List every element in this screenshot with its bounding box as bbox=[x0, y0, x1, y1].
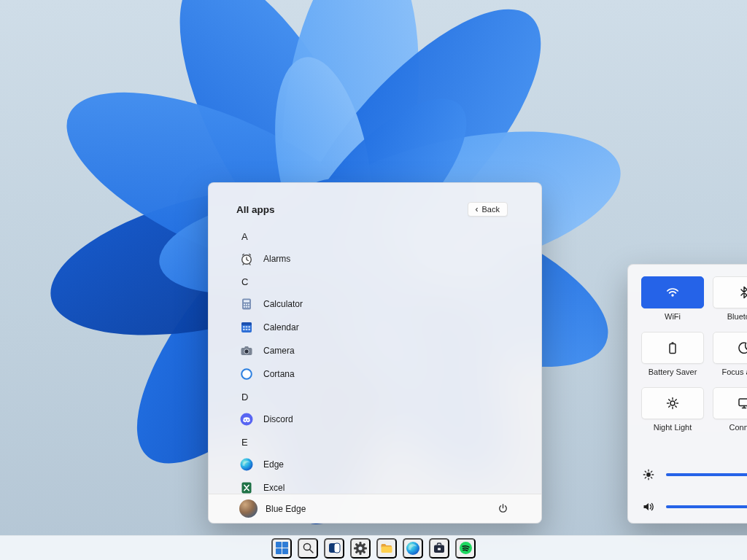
letter-label: C bbox=[241, 276, 248, 287]
user-account-button[interactable]: Blue Edge bbox=[239, 499, 306, 518]
volume-icon bbox=[641, 499, 656, 514]
app-item-discord[interactable]: Discord bbox=[209, 408, 541, 431]
all-apps-title: All apps bbox=[236, 204, 275, 215]
battery-saver-toggle[interactable] bbox=[641, 332, 704, 364]
chevron-left-icon: ‹ bbox=[476, 205, 479, 214]
letter-label: E bbox=[241, 437, 248, 448]
app-label: Cortana bbox=[263, 369, 295, 379]
app-label: Discord bbox=[263, 414, 293, 424]
taskbar-start-button[interactable] bbox=[271, 538, 292, 559]
app-item-calendar[interactable]: Calendar bbox=[209, 316, 541, 339]
qs-cell-night-light: Night Light bbox=[641, 387, 704, 432]
taskbar-edge-button[interactable] bbox=[403, 538, 423, 559]
focus-assist-label: Focus assist bbox=[713, 368, 747, 376]
taskbar-task-view-button[interactable] bbox=[324, 538, 344, 559]
gear-icon bbox=[354, 542, 367, 555]
brightness-slider[interactable] bbox=[666, 473, 747, 476]
taskbar-file-explorer-button[interactable] bbox=[376, 538, 397, 559]
quick-settings-grid: WiFi Bluetooth Battery Saver bbox=[641, 276, 747, 432]
wifi-icon bbox=[665, 285, 680, 300]
quick-settings-sliders bbox=[641, 459, 747, 523]
section-letter-e[interactable]: E bbox=[209, 431, 541, 453]
user-name: Blue Edge bbox=[266, 504, 306, 514]
qs-cell-focus-assist: Focus assist bbox=[713, 332, 747, 376]
edge-icon bbox=[239, 457, 254, 472]
volume-slider[interactable] bbox=[666, 505, 747, 508]
app-item-cortana[interactable]: Cortana bbox=[209, 362, 541, 386]
volume-slider-row bbox=[641, 491, 747, 523]
brightness-slider-row bbox=[641, 459, 747, 491]
app-label: Edge bbox=[263, 459, 284, 470]
taskbar-settings-button[interactable] bbox=[350, 538, 371, 559]
excel-icon bbox=[239, 481, 254, 495]
night-light-icon bbox=[665, 396, 680, 411]
edge-icon bbox=[406, 541, 420, 556]
app-item-calculator[interactable]: Calculator bbox=[209, 292, 541, 316]
battery-icon bbox=[665, 341, 680, 355]
desktop: All apps ‹ Back A Alarms bbox=[0, 0, 747, 560]
app-item-alarms[interactable]: Alarms bbox=[209, 247, 541, 271]
bluetooth-toggle[interactable] bbox=[713, 276, 747, 308]
user-avatar bbox=[239, 499, 258, 518]
power-icon bbox=[497, 502, 509, 515]
volume-slider-fill bbox=[666, 505, 747, 508]
spotify-icon bbox=[459, 541, 473, 555]
focus-assist-icon bbox=[737, 341, 747, 355]
folder-icon bbox=[380, 542, 393, 555]
app-item-camera[interactable]: Camera bbox=[209, 339, 541, 362]
qs-cell-connect: Connect bbox=[713, 387, 747, 432]
taskbar-spotify-button[interactable] bbox=[455, 538, 476, 559]
app-list: A Alarms C bbox=[209, 225, 541, 499]
section-letter-a[interactable]: A bbox=[209, 225, 541, 247]
cortana-icon bbox=[239, 367, 254, 381]
search-icon bbox=[302, 542, 314, 554]
task-view-icon bbox=[328, 542, 341, 554]
bluetooth-icon bbox=[737, 285, 747, 300]
power-button[interactable] bbox=[492, 498, 514, 520]
back-button-label: Back bbox=[482, 205, 500, 214]
app-label: Calculator bbox=[263, 299, 303, 309]
calendar-icon bbox=[239, 320, 254, 335]
letter-label: D bbox=[241, 392, 248, 402]
section-letter-d[interactable]: D bbox=[209, 386, 541, 408]
section-letter-c[interactable]: C bbox=[209, 271, 541, 292]
start-menu-footer: Blue Edge bbox=[209, 494, 541, 523]
app-label: Excel bbox=[263, 483, 285, 493]
wifi-toggle[interactable] bbox=[641, 276, 704, 308]
start-menu-header: All apps ‹ Back bbox=[209, 183, 541, 217]
briefcase-icon bbox=[433, 542, 446, 555]
qs-cell-wifi: WiFi bbox=[641, 276, 704, 321]
letter-label: A bbox=[241, 231, 248, 242]
connect-icon bbox=[737, 396, 747, 411]
calculator-icon bbox=[239, 297, 254, 311]
battery-saver-label: Battery Saver bbox=[641, 368, 704, 376]
windows-start-icon bbox=[276, 542, 288, 554]
connect-toggle[interactable] bbox=[713, 387, 747, 419]
taskbar-search-button[interactable] bbox=[298, 538, 318, 559]
quick-settings-panel: WiFi Bluetooth Battery Saver bbox=[627, 264, 747, 524]
bluetooth-label: Bluetooth bbox=[713, 312, 747, 321]
brightness-icon bbox=[641, 468, 656, 481]
night-light-label: Night Light bbox=[641, 423, 704, 432]
app-label: Camera bbox=[263, 346, 295, 356]
app-label: Calendar bbox=[263, 322, 299, 332]
discord-icon bbox=[239, 412, 254, 427]
camera-icon bbox=[239, 343, 254, 358]
taskbar bbox=[0, 535, 747, 560]
taskbar-briefcase-button[interactable] bbox=[429, 538, 449, 559]
qs-cell-bluetooth: Bluetooth bbox=[713, 276, 747, 321]
alarms-icon bbox=[239, 252, 254, 266]
brightness-slider-fill bbox=[666, 473, 747, 476]
focus-assist-toggle[interactable] bbox=[713, 332, 747, 364]
back-button[interactable]: ‹ Back bbox=[468, 202, 508, 217]
qs-cell-battery-saver: Battery Saver bbox=[641, 332, 704, 376]
app-item-edge[interactable]: Edge bbox=[209, 453, 541, 476]
app-label: Alarms bbox=[263, 254, 290, 264]
wifi-label: WiFi bbox=[641, 312, 704, 321]
night-light-toggle[interactable] bbox=[641, 387, 704, 419]
connect-label: Connect bbox=[713, 423, 747, 432]
start-menu-all-apps: All apps ‹ Back A Alarms bbox=[208, 182, 542, 524]
